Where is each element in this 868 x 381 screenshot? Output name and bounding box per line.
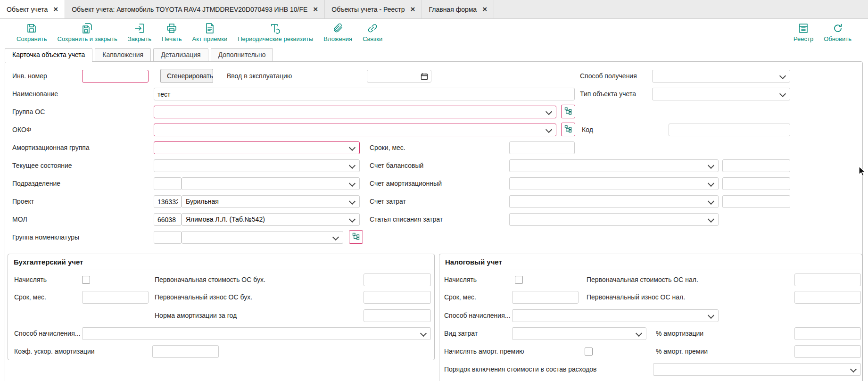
term-months-input[interactable] (509, 141, 575, 154)
tax-depreciation-pct-label: % амортизации (656, 327, 703, 340)
tax-initial-cost-label: Первоначальная стоимость ОС нал. (587, 273, 698, 286)
current-state-label: Текущее состояние (12, 159, 72, 172)
chevron-down-icon (708, 180, 714, 187)
acc-method-select[interactable] (82, 327, 431, 340)
tax-initial-wear-input[interactable] (794, 291, 861, 304)
window-tab-label: Объекты учета - Реестр (331, 6, 405, 13)
tax-premium-pct-input[interactable] (794, 345, 861, 358)
nomenclature-group-label: Группа номенклатуры (12, 231, 79, 244)
accounting-panel-title: Бухгалтерский учет (8, 254, 434, 270)
tax-depreciation-pct-input[interactable] (794, 327, 861, 340)
generate-button[interactable]: Сгенерировать (160, 69, 213, 83)
tab-detailing[interactable]: Детализация (153, 48, 208, 61)
depreciation-account-select[interactable] (509, 177, 719, 190)
nomenclature-group-select[interactable] (182, 231, 343, 244)
registry-button[interactable]: Реестр (788, 22, 818, 43)
name-label: Наименование (12, 88, 58, 100)
periodic-requisites-button[interactable]: Периодические реквизиты (232, 22, 318, 43)
object-type-select[interactable] (652, 88, 790, 100)
cost-account-code-input[interactable] (722, 195, 790, 208)
print-button[interactable]: Печать (157, 22, 187, 43)
acc-accel-coef-input[interactable] (152, 345, 219, 358)
chevron-down-icon (708, 216, 714, 223)
chevron-down-icon (332, 234, 339, 240)
acceptance-act-button[interactable]: Акт приемки (187, 22, 233, 43)
tab-additional[interactable]: Дополнительно (211, 48, 273, 61)
tab-capital-investments[interactable]: Капвложения (95, 48, 151, 61)
okof-tree-button[interactable] (561, 123, 575, 136)
tab-close-icon[interactable]: × (411, 5, 415, 13)
acc-accrue-checkbox[interactable] (82, 276, 90, 284)
select-value: Бурильная (186, 196, 219, 207)
department-select[interactable] (182, 177, 360, 190)
okof-select[interactable] (154, 124, 556, 136)
acc-term-input[interactable] (82, 291, 149, 304)
chevron-down-icon (708, 198, 714, 205)
save-and-close-button[interactable]: Сохранить и закрыть (52, 22, 123, 43)
depreciation-group-select[interactable] (154, 141, 360, 154)
registry-icon (798, 23, 809, 34)
inv-number-label: Инв. номер (12, 70, 47, 83)
os-group-select[interactable] (154, 106, 556, 118)
close-button[interactable]: Закрыть (123, 22, 157, 43)
application-window: Объект учета × Объект учета: Автомобиль … (0, 0, 868, 381)
window-tabbar: Объект учета × Объект учета: Автомобиль … (0, 0, 868, 19)
cost-account-select[interactable] (509, 195, 719, 208)
tab-close-icon[interactable]: × (313, 5, 318, 13)
acc-rate-input[interactable] (364, 309, 431, 322)
mol-select[interactable]: Ялимова Л.Л. (Таб.№542) (182, 213, 360, 226)
links-button[interactable]: Связки (357, 22, 388, 43)
save-button[interactable]: Сохранить (11, 22, 52, 43)
tax-inclusion-order-select[interactable] (653, 363, 861, 376)
tab-close-icon[interactable]: × (53, 5, 58, 13)
commissioning-date-input[interactable] (367, 70, 431, 83)
tax-accrue-premium-checkbox[interactable] (585, 348, 593, 356)
inv-number-input[interactable] (82, 70, 149, 83)
writeoff-item-select[interactable] (509, 213, 719, 226)
code-input[interactable] (669, 124, 790, 136)
depreciation-account-code-input[interactable] (722, 177, 790, 190)
term-months-label: Сроки, мес. (370, 141, 405, 154)
tax-term-input[interactable] (512, 291, 579, 304)
chevron-down-icon (349, 180, 355, 187)
balance-account-select[interactable] (509, 159, 719, 172)
toolbar-button-label: Обновить (824, 35, 851, 42)
tax-initial-cost-input[interactable] (794, 273, 861, 286)
nomenclature-group-tree-button[interactable] (349, 230, 363, 244)
mol-code-input[interactable] (154, 213, 182, 226)
nomenclature-group-code-input[interactable] (154, 231, 182, 244)
department-label: Подразделение (12, 177, 60, 190)
name-input[interactable] (154, 88, 575, 100)
tax-method-select[interactable] (512, 309, 719, 322)
os-group-label: Группа ОС (12, 106, 45, 118)
attachments-button[interactable]: Вложения (318, 22, 357, 43)
acc-rate-label: Норма амортизации за год (155, 309, 237, 322)
project-code-input[interactable] (154, 195, 182, 208)
balance-account-code-input[interactable] (722, 159, 790, 172)
acquisition-method-label: Способ получения (580, 70, 637, 83)
tax-cost-type-select[interactable] (512, 327, 646, 340)
refresh-button[interactable]: Обновить (818, 22, 857, 43)
acquisition-method-select[interactable] (652, 70, 790, 83)
tab-object-card[interactable]: Карточка объекта учета (5, 48, 92, 62)
project-select[interactable]: Бурильная (182, 195, 360, 208)
current-state-select[interactable] (154, 159, 360, 172)
cost-account-label: Счет затрат (370, 195, 406, 208)
window-tab-main-form[interactable]: Главная форма × (422, 0, 494, 18)
window-tab-object-toyota[interactable]: Объект учета: Автомобиль TOYOTA RAV4 JTM… (65, 0, 325, 18)
os-group-tree-button[interactable] (561, 105, 575, 118)
toolbar-button-label: Периодические реквизиты (238, 35, 313, 42)
tax-inclusion-order-label: Порядок включения стоимости в состав рас… (444, 363, 597, 376)
acc-initial-wear-input[interactable] (364, 291, 431, 304)
department-code-input[interactable] (154, 177, 182, 190)
links-icon (367, 23, 378, 34)
acc-initial-cost-input[interactable] (364, 273, 431, 286)
tax-accrue-checkbox[interactable] (515, 276, 523, 284)
balance-account-label: Счет балансовый (370, 159, 423, 172)
save-icon (26, 23, 37, 34)
window-tab-registry[interactable]: Объекты учета - Реестр × (325, 0, 422, 18)
tab-close-icon[interactable]: × (482, 5, 487, 13)
tree-icon (352, 232, 360, 241)
window-tab-object[interactable]: Объект учета × (0, 0, 65, 18)
acceptance-act-icon (204, 23, 215, 34)
